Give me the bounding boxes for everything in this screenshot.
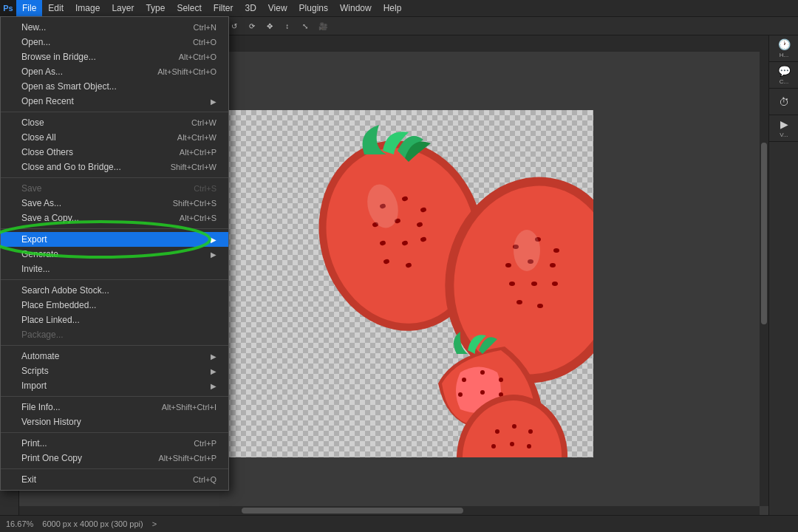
colors-panel-toggle[interactable]: 💬 C... [769,62,798,89]
3d-slide-btn[interactable]: ↕ [279,18,296,34]
menu-item-print[interactable]: Print... Ctrl+P [1,436,228,451]
menu-item-close-bridge[interactable]: Close and Go to Bridge... Shift+Ctrl+W [1,160,228,174]
menu-item-exit-shortcut: Ctrl+Q [193,475,216,484]
menu-filter[interactable]: Filter [208,0,239,16]
clock-panel-toggle[interactable]: ⏱ [769,89,798,115]
menu-select[interactable]: Select [171,0,207,16]
history-panel-toggle[interactable]: 🕐 H... [769,35,798,62]
scripts-arrow-icon: ▶ [211,367,216,375]
generate-arrow-icon: ▶ [211,250,216,259]
menu-item-save-as[interactable]: Save As... Shift+Ctrl+S [1,196,228,211]
3d-camera-btn[interactable]: 🎥 [315,18,331,34]
menu-item-export[interactable]: Export ▶ [1,232,228,247]
versions-panel-toggle[interactable]: ▶ V... [769,115,798,142]
menu-item-place-linked[interactable]: Place Linked... [1,313,228,327]
menu-item-generate-label: Generate [21,249,58,259]
expand-arrow[interactable]: > [152,519,157,528]
menu-item-new-shortcut: Ctrl+N [194,23,216,32]
menu-item-automate[interactable]: Automate ▶ [1,349,228,364]
svg-point-21 [509,282,515,286]
menu-item-close-all-label: Close All [21,132,56,143]
menu-plugins[interactable]: Plugins [293,0,334,16]
svg-point-37 [491,444,496,449]
menu-item-version-history[interactable]: Version History [1,415,228,429]
horizontal-scrollbar[interactable] [19,506,760,515]
menu-view[interactable]: View [262,0,293,16]
menu-item-scripts[interactable]: Scripts ▶ [1,364,228,378]
app-logo: Ps [0,0,16,16]
svg-point-29 [458,392,463,397]
svg-point-24 [516,300,522,304]
horizontal-scrollbar-thumb[interactable] [242,508,464,514]
menu-item-import[interactable]: Import ▶ [1,378,228,393]
menu-item-browse-bridge[interactable]: Browse in Bridge... Alt+Ctrl+O [1,50,228,64]
history-icon: 🕐 [778,38,791,50]
svg-point-20 [550,263,556,267]
menu-item-save-copy[interactable]: Save a Copy... Alt+Ctrl+S [1,211,228,225]
canvas-content [194,110,593,457]
menu-item-package[interactable]: Package... [1,327,228,342]
menu-item-open-recent-label: Open Recent [21,96,74,106]
menu-item-new[interactable]: New... Ctrl+N [1,20,228,35]
menu-item-close-bridge-shortcut: Shift+Ctrl+W [171,163,216,171]
menu-item-browse-bridge-label: Browse in Bridge... [21,52,96,62]
svg-point-35 [512,424,516,429]
menu-item-save-shortcut: Ctrl+S [194,184,216,193]
menu-item-close-label: Close [21,117,44,128]
menu-item-open-as[interactable]: Open As... Alt+Shift+Ctrl+O [1,64,228,79]
zoom-level: 16.67% [6,519,33,528]
menu-item-invite[interactable]: Invite... [1,262,228,276]
menu-item-open-smart[interactable]: Open as Smart Object... [1,79,228,94]
menu-item-open-smart-label: Open as Smart Object... [21,81,117,92]
menu-image[interactable]: Image [69,0,106,16]
menu-item-automate-label: Automate [21,351,59,361]
menu-edit[interactable]: Edit [42,0,69,16]
menu-item-open-recent[interactable]: Open Recent ▶ [1,94,228,109]
strawberry-image [194,110,593,457]
menu-item-save[interactable]: Save Ctrl+S [1,181,228,196]
menu-item-place-embedded-label: Place Embedded... [21,300,96,310]
colors-icon: 💬 [778,65,791,77]
vertical-scrollbar[interactable] [760,52,768,506]
menu-help[interactable]: Help [378,0,408,16]
image-dimensions: 6000 px x 4000 px (300 ppi) [42,519,143,528]
export-arrow-icon: ▶ [211,236,216,244]
menu-item-close-others[interactable]: Close Others Alt+Ctrl+P [1,145,228,160]
menu-window[interactable]: Window [334,0,378,16]
menu-item-save-as-shortcut: Shift+Ctrl+S [173,199,216,208]
open-recent-arrow-icon: ▶ [211,98,216,106]
menu-item-close[interactable]: Close Ctrl+W [1,115,228,130]
menu-item-exit[interactable]: Exit Ctrl+Q [1,472,228,487]
colors-label: C... [780,78,788,85]
menu-item-open-as-label: Open As... [21,66,63,77]
3d-pan-btn[interactable]: ✥ [262,18,278,34]
menu-item-search-stock-label: Search Adobe Stock... [21,285,109,296]
vertical-scrollbar-thumb[interactable] [761,143,767,324]
menu-item-print-one[interactable]: Print One Copy Alt+Shift+Ctrl+P [1,451,228,466]
menu-item-version-history-label: Version History [21,417,81,427]
menu-file[interactable]: File [16,0,42,16]
menu-item-search-stock[interactable]: Search Adobe Stock... [1,283,228,298]
menu-item-save-copy-shortcut: Alt+Ctrl+S [180,214,216,222]
menu-item-place-embedded[interactable]: Place Embedded... [1,298,228,313]
3d-roll-btn[interactable]: ⟳ [244,18,260,34]
menu-item-close-all[interactable]: Close All Alt+Ctrl+W [1,130,228,145]
menu-item-print-shortcut: Ctrl+P [194,439,216,448]
menu-item-generate[interactable]: Generate ▶ [1,247,228,262]
menu-item-file-info[interactable]: File Info... Alt+Shift+Ctrl+I [1,400,228,415]
menu-item-open-as-shortcut: Alt+Shift+Ctrl+O [157,67,216,76]
menu-item-close-others-shortcut: Alt+Ctrl+P [180,148,216,157]
svg-point-26 [462,378,466,382]
menu-item-file-info-label: File Info... [21,402,61,412]
menu-layer[interactable]: Layer [106,0,140,16]
3d-scale-btn[interactable]: ⤡ [297,18,313,34]
versions-label: V... [780,132,788,138]
menu-item-print-label: Print... [21,438,47,449]
menu-item-exit-label: Exit [21,474,36,485]
menu-type[interactable]: Type [140,0,171,16]
menu-item-save-copy-label: Save a Copy... [21,213,79,223]
clock-icon: ⏱ [779,96,789,108]
menu-item-open[interactable]: Open... Ctrl+O [1,35,228,50]
menu-item-invite-label: Invite... [21,264,50,274]
menu-3d[interactable]: 3D [239,0,262,16]
